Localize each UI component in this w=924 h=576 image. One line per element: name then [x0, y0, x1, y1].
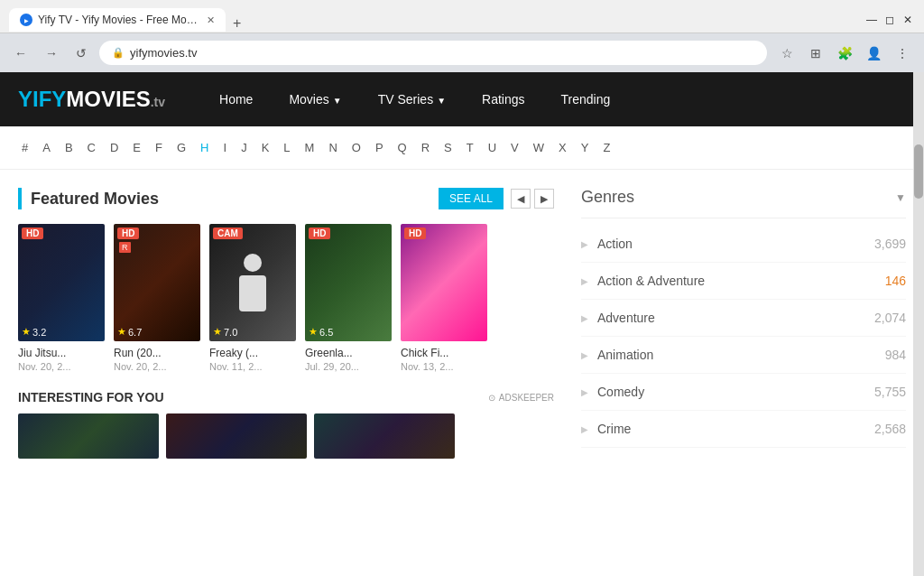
alpha-link-o[interactable]: O: [345, 139, 368, 156]
genre-arrow-1: ▶: [581, 276, 588, 286]
alpha-link-l[interactable]: L: [276, 139, 297, 156]
alpha-link-j[interactable]: J: [234, 139, 254, 156]
alpha-link-n[interactable]: N: [321, 139, 344, 156]
genre-count-1: 146: [885, 274, 906, 288]
forward-button[interactable]: →: [40, 42, 63, 64]
address-bar[interactable]: 🔒 yifymovies.tv: [99, 41, 767, 65]
alpha-link-h[interactable]: H: [193, 139, 216, 156]
genre-item-0[interactable]: ▶ Action 3,699: [581, 226, 906, 263]
thumbnail-2[interactable]: [166, 413, 307, 459]
alpha-link-i[interactable]: I: [217, 139, 235, 156]
genres-title: Genres: [581, 188, 634, 207]
alpha-link-q[interactable]: Q: [391, 139, 414, 156]
rating-2: ★7.0: [213, 326, 237, 338]
alpha-link-c[interactable]: C: [80, 139, 103, 156]
thumbnail-1[interactable]: [18, 413, 159, 459]
bookmark-icon[interactable]: ☆: [774, 41, 799, 66]
alpha-link-f[interactable]: F: [148, 139, 170, 156]
puzzle-icon[interactable]: 🧩: [832, 41, 857, 66]
quality-badge-1: HD: [117, 228, 139, 239]
alpha-link-k[interactable]: K: [254, 139, 277, 156]
see-all-button[interactable]: SEE ALL: [439, 188, 504, 209]
alpha-link-b[interactable]: B: [58, 139, 80, 156]
genre-item-4[interactable]: ▶ Comedy 5,755: [581, 374, 906, 411]
alpha-link-s[interactable]: S: [437, 139, 459, 156]
tab-close-icon[interactable]: ✕: [207, 14, 215, 26]
minimize-button[interactable]: —: [864, 13, 879, 27]
nav-trending[interactable]: Trending: [543, 74, 629, 125]
toolbar-icons: ☆ ⊞ 🧩 👤 ⋮: [774, 41, 915, 66]
adskeeper-icon: ⊙: [488, 393, 495, 403]
thumbnail-row: [18, 413, 554, 459]
interesting-title: INTERESTING FOR YOU: [18, 390, 164, 404]
genre-count-3: 984: [885, 348, 906, 362]
browser-tab-active[interactable]: Yify TV - Yify Movies - Free Movi... ✕: [9, 8, 226, 32]
alpha-link-t[interactable]: T: [459, 139, 481, 156]
alpha-link-g[interactable]: G: [170, 139, 193, 156]
extensions-grid-icon[interactable]: ⊞: [803, 41, 828, 66]
alpha-link-e[interactable]: E: [125, 139, 148, 156]
alpha-link-x[interactable]: X: [551, 139, 574, 156]
genre-item-3[interactable]: ▶ Animation 984: [581, 337, 906, 374]
alpha-link-#[interactable]: #: [14, 139, 35, 156]
alpha-link-p[interactable]: P: [368, 139, 391, 156]
alpha-link-r[interactable]: R: [414, 139, 437, 156]
movie-card-3[interactable]: HD ★6.5 Greenla... Jul. 29, 20...: [305, 224, 392, 372]
alpha-link-v[interactable]: V: [504, 139, 526, 156]
nav-tv-series[interactable]: TV Series▼: [360, 74, 464, 125]
genre-item-1[interactable]: ▶ Action & Adventure 146: [581, 263, 906, 300]
alpha-link-m[interactable]: M: [298, 139, 322, 156]
logo-yify: YIFY: [18, 87, 66, 111]
alpha-link-z[interactable]: Z: [596, 139, 617, 156]
genre-item-2[interactable]: ▶ Adventure 2,074: [581, 300, 906, 337]
profile-icon[interactable]: 👤: [861, 41, 886, 66]
movie-poster-1: HD R ★6.7: [114, 224, 200, 341]
close-button[interactable]: ✕: [901, 13, 915, 27]
nav-home[interactable]: Home: [201, 74, 271, 125]
next-arrow-button[interactable]: ▶: [534, 189, 554, 209]
prev-arrow-button[interactable]: ◀: [511, 189, 531, 209]
alpha-link-y[interactable]: Y: [574, 139, 596, 156]
maximize-button[interactable]: ◻: [882, 13, 897, 27]
refresh-button[interactable]: ↺: [70, 42, 92, 64]
movie-poster-3: HD ★6.5: [305, 224, 392, 341]
alpha-link-u[interactable]: U: [481, 139, 504, 156]
movie-date-2: Nov. 11, 2...: [209, 361, 296, 372]
browser-titlebar: Yify TV - Yify Movies - Free Movi... ✕ +…: [0, 0, 924, 33]
rating-1: ★6.7: [117, 326, 142, 338]
back-button[interactable]: ←: [9, 42, 32, 64]
genre-name-5: Crime: [597, 422, 874, 436]
browser-toolbar: ← → ↺ 🔒 yifymovies.tv ☆ ⊞ 🧩 👤 ⋮: [0, 33, 924, 72]
movie-card-0[interactable]: HD ★3.2 Jiu Jitsu... Nov. 20, 2...: [18, 224, 105, 372]
movie-card-2[interactable]: CAM ★7.0 Freaky (... Nov. 11, 2...: [209, 224, 296, 372]
alpha-link-d[interactable]: D: [103, 139, 125, 156]
page-content: YIFYMOVIES.tv Home Movies▼ TV Series▼ Ra…: [0, 72, 924, 576]
alpha-link-w[interactable]: W: [526, 139, 551, 156]
thumbnail-3[interactable]: [314, 413, 455, 459]
genres-header: Genres ▼: [581, 188, 906, 218]
site-logo: YIFYMOVIES.tv: [18, 87, 165, 112]
nav-links: Home Movies▼ TV Series▼ Ratings Trending: [201, 74, 628, 125]
menu-icon[interactable]: ⋮: [890, 41, 915, 66]
movie-poster-0: HD ★3.2: [18, 224, 105, 341]
genre-name-0: Action: [597, 237, 874, 251]
movie-title-3: Greenla...: [305, 347, 392, 359]
nav-ratings[interactable]: Ratings: [464, 74, 542, 125]
movie-date-3: Jul. 29, 20...: [305, 361, 392, 372]
movie-card-1[interactable]: HD R ★6.7 Run (20... Nov. 20, 2...: [114, 224, 200, 372]
tab-title: Yify TV - Yify Movies - Free Movi...: [38, 14, 201, 26]
featured-movies-header: Featured Movies SEE ALL ◀ ▶: [18, 188, 554, 209]
alpha-link-a[interactable]: A: [35, 139, 58, 156]
scrollbar-track[interactable]: [913, 72, 924, 576]
genre-item-5[interactable]: ▶ Crime 2,568: [581, 411, 906, 448]
adskeeper-badge: ⊙ ADSKEEPER: [488, 393, 554, 403]
movie-card-4[interactable]: HD Chick Fi... Nov. 13, 2...: [401, 224, 487, 372]
left-content: Featured Movies SEE ALL ◀ ▶ HD ★3.2 Jiu …: [18, 188, 554, 459]
new-tab-button[interactable]: +: [226, 15, 248, 32]
main-content: Featured Movies SEE ALL ◀ ▶ HD ★3.2 Jiu …: [0, 170, 924, 477]
movie-title-1: Run (20...: [114, 347, 200, 359]
scrollbar-thumb[interactable]: [914, 144, 923, 199]
logo-movies: MOVIES: [66, 87, 150, 111]
site-nav: YIFYMOVIES.tv Home Movies▼ TV Series▼ Ra…: [0, 72, 924, 126]
nav-movies[interactable]: Movies▼: [271, 74, 359, 125]
